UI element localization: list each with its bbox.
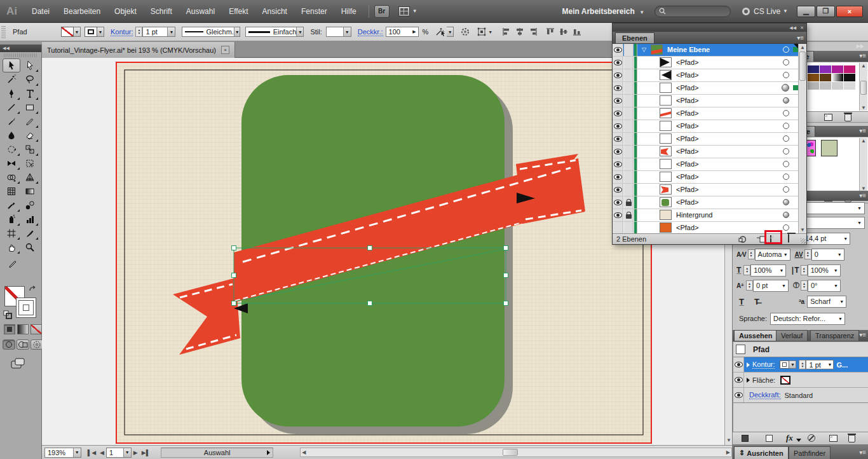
- bridge-button[interactable]: Br: [374, 5, 390, 18]
- target-icon[interactable]: [783, 199, 789, 205]
- layer-name[interactable]: <Pfad>: [676, 71, 698, 79]
- stroke-width-combo[interactable]: 1 pt▼: [142, 27, 175, 37]
- horizontal-scrollbar[interactable]: ◀ ▶: [300, 448, 732, 457]
- selection-handle[interactable]: [504, 273, 508, 278]
- layer-row[interactable]: <Pfad>: [613, 196, 806, 209]
- stroke-dropdown[interactable]: ▼: [97, 27, 104, 37]
- layer-row[interactable]: <Pfad>: [613, 146, 806, 158]
- scroll-left-icon[interactable]: ◀: [302, 449, 306, 455]
- scale-tool[interactable]: [21, 142, 39, 156]
- lock-toggle[interactable]: [624, 196, 634, 209]
- minimize-button[interactable]: ▁: [797, 6, 815, 17]
- duplicate-item-icon[interactable]: [829, 435, 837, 442]
- horizontal-scale-combo[interactable]: 100%▼: [750, 264, 786, 277]
- layer-row[interactable]: <Pfad>: [613, 57, 806, 69]
- panel-menu-icon[interactable]: ▾≡: [859, 52, 866, 59]
- align-center-icon[interactable]: [515, 27, 524, 36]
- lasso-tool[interactable]: [21, 72, 39, 86]
- opacity-input[interactable]: 100▶: [386, 27, 419, 37]
- none-mode-button[interactable]: [31, 324, 42, 334]
- selection-handle[interactable]: [232, 301, 236, 306]
- layer-name[interactable]: <Pfad>: [676, 122, 698, 130]
- lock-toggle[interactable]: [624, 107, 634, 120]
- gradient-mode-button[interactable]: [17, 324, 29, 334]
- stroke-swatch-dd[interactable]: ▼: [789, 360, 796, 369]
- new-swatch-icon[interactable]: [824, 114, 832, 121]
- scroll-up-icon[interactable]: ▲: [799, 45, 806, 50]
- rotate-tool[interactable]: [3, 142, 20, 156]
- visibility-toggle[interactable]: [614, 149, 622, 154]
- brush-definition-combo[interactable]: Einfach▼: [245, 27, 304, 37]
- menu-ansicht[interactable]: Ansicht: [255, 0, 294, 23]
- toolbar-grip[interactable]: [4, 53, 37, 57]
- trash-icon[interactable]: [848, 435, 855, 442]
- target-icon[interactable]: [783, 72, 789, 78]
- strikethrough-button[interactable]: T̶: [754, 297, 759, 306]
- make-clipping-mask-icon[interactable]: [738, 235, 747, 245]
- visibility-toggle[interactable]: [614, 212, 622, 218]
- next-page-button[interactable]: ▶: [133, 449, 138, 456]
- stroke-panel-link[interactable]: Kontur:: [111, 28, 133, 36]
- baseline-shift-combo[interactable]: 0 pt▼: [753, 280, 789, 292]
- screen-mode-button[interactable]: [10, 357, 25, 371]
- lock-toggle[interactable]: [624, 222, 634, 233]
- add-stroke-icon[interactable]: [742, 435, 749, 442]
- fill-color-swatch[interactable]: [61, 27, 74, 37]
- layer-name[interactable]: <Pfad>: [676, 224, 698, 231]
- pencil-tool[interactable]: [21, 114, 39, 128]
- eraser-tool[interactable]: [21, 128, 39, 142]
- artboard-tool[interactable]: [3, 226, 20, 240]
- tab-aussehen[interactable]: Aussehen: [734, 330, 778, 341]
- visibility-toggle[interactable]: [614, 136, 622, 142]
- lock-toggle[interactable]: [624, 171, 634, 183]
- layer-row[interactable]: <Pfad>: [613, 171, 806, 184]
- target-icon[interactable]: [783, 148, 789, 154]
- layer-row[interactable]: <Pfad>: [613, 69, 806, 82]
- draw-inside-button[interactable]: [31, 339, 43, 350]
- target-icon[interactable]: [782, 84, 789, 92]
- menu-fenster[interactable]: Fenster: [294, 0, 334, 23]
- kerning-combo[interactable]: Automa▼: [755, 249, 790, 261]
- target-icon[interactable]: [783, 161, 789, 167]
- free-transform-tool[interactable]: [21, 156, 39, 170]
- zoom-tool[interactable]: [21, 240, 39, 254]
- visibility-toggle[interactable]: [614, 123, 622, 129]
- direct-selection-tool[interactable]: [21, 58, 39, 72]
- target-icon[interactable]: [783, 123, 789, 129]
- selection-handle[interactable]: [504, 301, 508, 306]
- visibility-toggle[interactable]: [614, 98, 622, 104]
- eyedropper-tool[interactable]: [3, 198, 20, 212]
- fill-dropdown[interactable]: ▼: [74, 27, 81, 37]
- align-bottom-icon[interactable]: [573, 27, 581, 36]
- stroke-width-stepper[interactable]: ▲▼: [135, 27, 142, 37]
- document-tab[interactable]: Tutorial_Vintage-Flyer.ai* bei 193 % (CM…: [42, 42, 235, 58]
- layer-name[interactable]: <Pfad>: [676, 58, 698, 66]
- target-icon[interactable]: [783, 97, 789, 104]
- panel-menu-icon[interactable]: ▾≡: [859, 127, 866, 134]
- search-input[interactable]: [654, 6, 731, 17]
- symbol-sprayer-tool[interactable]: [3, 212, 20, 226]
- fill-none-swatch[interactable]: [780, 376, 790, 385]
- layers-scrollbar[interactable]: ▲ ▼: [798, 44, 806, 233]
- layer-name[interactable]: <Pfad>: [676, 173, 698, 181]
- align-middle-icon[interactable]: [559, 27, 568, 36]
- appearance-opacity-row[interactable]: Deckkraft: Standard: [733, 388, 868, 403]
- lock-toggle[interactable]: [624, 120, 634, 132]
- selection-handle[interactable]: [232, 273, 236, 278]
- menu-objekt[interactable]: Objekt: [107, 0, 144, 23]
- workspace-switcher[interactable]: Mein Arbeitsbereich ▼: [562, 7, 645, 16]
- panel-menu-icon[interactable]: ▾≡: [859, 449, 866, 456]
- layer-name[interactable]: <Pfad>: [676, 109, 698, 117]
- lock-toggle[interactable]: [624, 158, 634, 170]
- document-close-icon[interactable]: ×: [221, 46, 229, 54]
- align-left-icon[interactable]: [502, 27, 511, 36]
- gradient-tool[interactable]: [21, 184, 39, 198]
- appearance-stroke-width[interactable]: 1 pt▼: [806, 360, 834, 369]
- layer-name[interactable]: <Pfad>: [676, 135, 698, 142]
- opacity-link[interactable]: Deckkr.:: [358, 28, 383, 36]
- layer-row[interactable]: Hintergrund: [613, 209, 806, 222]
- lock-toggle[interactable]: [624, 133, 634, 145]
- add-effect-icon[interactable]: fx: [786, 433, 793, 443]
- lock-toggle[interactable]: [624, 82, 634, 94]
- appearance-stroke-link[interactable]: Kontur:: [752, 360, 775, 369]
